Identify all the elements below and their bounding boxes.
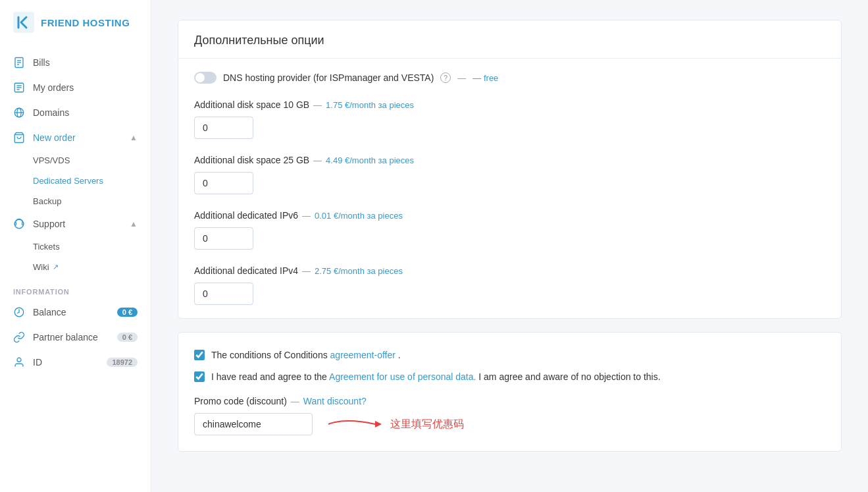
promo-label: Promo code (discount) — Want discount? [194,396,825,406]
sidebar-item-backup[interactable]: Backup [0,191,151,211]
additional-options-card: Дополнительные опции DNS hosting provide… [178,20,842,319]
dns-toggle[interactable] [194,72,217,84]
disk-25-row: Additional disk space 25 GB — 4.49 €/mon… [194,155,825,194]
dns-option-row: DNS hosting provider (for ISPmanager and… [194,72,825,84]
conditions-card: The conditions of Conditions agreement-o… [178,332,842,452]
card-body: DNS hosting provider (for ISPmanager and… [178,59,841,318]
dns-free-badge: — free [472,73,498,83]
svg-rect-0 [13,12,34,33]
ipv4-input[interactable] [194,283,253,305]
promo-section: Promo code (discount) — Want discount? 这… [194,396,825,435]
sidebar-item-domains-label: Domains [33,107,69,118]
svg-rect-15 [22,223,24,225]
sidebar-item-domains[interactable]: Domains [0,100,151,125]
sidebar-item-bills[interactable]: Bills [0,50,151,75]
sidebar-item-wiki[interactable]: Wiki ↗ [0,257,151,277]
checkbox1-label: The conditions of Conditions agreement-o… [211,348,401,362]
arrow-icon [326,414,385,434]
ipv4-row: Additional dedicated IPv4 — 2.75 €/month… [194,265,825,305]
checkbox2-label: I have read and agree to the Agreement f… [211,370,661,384]
headset-icon [13,218,25,230]
sidebar-item-id-label: ID [33,357,42,368]
disk-10-price: 1.75 €/month за pieces [326,100,414,110]
checkbox1[interactable] [194,350,205,360]
sidebar-item-new-order-label: New order [33,132,76,143]
id-badge: 18972 [107,358,138,367]
disk-10-input[interactable] [194,117,253,139]
sidebar-item-partner-balance-label: Partner balance [33,332,98,342]
sidebar-item-vps-vds[interactable]: VPS/VDS [0,150,151,171]
sidebar-item-my-orders-label: My orders [33,82,74,93]
svg-point-17 [17,358,21,362]
annotation-text: 这里填写优惠码 [390,418,464,431]
checkbox1-row: The conditions of Conditions agreement-o… [194,348,825,362]
disk-25-price: 4.49 €/month за pieces [326,155,414,165]
promo-row: 这里填写优惠码 [194,413,825,435]
disk-10-label: Additional disk space 10 GB — 1.75 €/mon… [194,99,825,110]
dns-label: DNS hosting provider (for ISPmanager and… [223,72,434,83]
disk-25-input[interactable] [194,172,253,194]
arrow-annotation: 这里填写优惠码 [326,414,464,434]
dns-separator: — [457,73,466,83]
promo-input[interactable] [194,413,313,435]
sidebar-item-id[interactable]: ID 18972 [0,350,151,375]
ipv6-row: Additional dedicated IPv6 — 0.01 €/month… [194,210,825,250]
dns-help-icon[interactable]: ? [440,72,451,83]
agreement-offer-link[interactable]: agreement-offer [330,350,396,360]
want-discount-link[interactable]: Want discount? [303,396,367,406]
sidebar: FRIEND HOSTING Bills My orders Domains N… [0,0,151,492]
document-icon [13,57,25,68]
globe-icon [13,107,25,119]
logo[interactable]: FRIEND HOSTING [0,0,151,45]
sidebar-item-support-label: Support [33,219,65,229]
svg-rect-14 [14,223,16,225]
ipv6-price: 0.01 €/month за pieces [315,211,403,221]
disk-10-row: Additional disk space 10 GB — 1.75 €/mon… [194,99,825,139]
ipv6-label: Additional dedicated IPv6 — 0.01 €/month… [194,210,825,221]
sidebar-item-partner-balance[interactable]: Partner balance 0 € [0,325,151,350]
sidebar-item-balance[interactable]: Balance 0 € [0,300,151,325]
new-order-submenu: VPS/VDS Dedicated Servers Backup [0,150,151,211]
card-header: Дополнительные опции [178,20,841,59]
partner-icon [13,331,25,343]
disk-25-label: Additional disk space 25 GB — 4.49 €/mon… [194,155,825,165]
balance-icon [13,306,25,318]
section-information: INFORMATION [0,277,151,300]
ipv6-input[interactable] [194,227,253,250]
page-title: Дополнительные опции [194,34,825,47]
partner-balance-badge: 0 € [117,333,138,342]
ipv4-label: Additional dedicated IPv4 — 2.75 €/month… [194,265,825,276]
svg-marker-18 [375,421,382,427]
personal-data-link[interactable]: Agreement for use of personal data. [329,371,476,382]
cart-icon [13,132,25,144]
sidebar-item-dedicated-servers[interactable]: Dedicated Servers [0,171,151,191]
support-submenu: Tickets Wiki ↗ [0,236,151,277]
list-icon [13,82,25,94]
sidebar-item-my-orders[interactable]: My orders [0,75,151,100]
sidebar-nav: Bills My orders Domains New order ▲ VPS/… [0,45,151,380]
sidebar-item-tickets[interactable]: Tickets [0,236,151,257]
sidebar-item-support[interactable]: Support ▲ [0,211,151,236]
external-link-icon: ↗ [53,263,59,271]
logo-text: FRIEND HOSTING [41,17,130,28]
main-content: Дополнительные опции DNS hosting provide… [151,0,868,492]
balance-badge: 0 € [117,308,138,317]
sidebar-item-bills-label: Bills [33,57,50,68]
sidebar-item-new-order[interactable]: New order ▲ [0,125,151,150]
toggle-knob [195,73,205,82]
checkbox2[interactable] [194,371,205,382]
checkbox2-row: I have read and agree to the Agreement f… [194,370,825,384]
ipv4-price: 2.75 €/month за pieces [315,266,403,276]
chevron-up-icon-support: ▲ [130,219,138,229]
chevron-up-icon: ▲ [130,133,138,142]
user-icon [13,356,25,368]
sidebar-item-balance-label: Balance [33,307,66,317]
